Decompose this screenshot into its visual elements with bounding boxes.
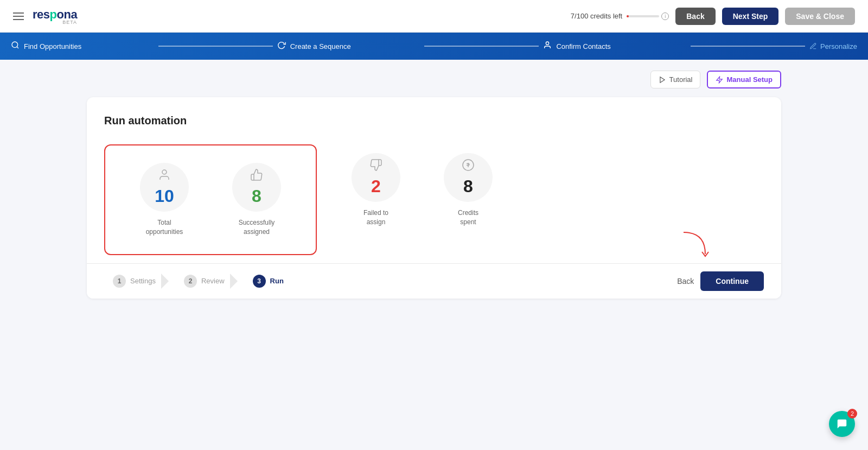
logo-beta: BETA: [62, 20, 77, 25]
contacts-icon: [543, 41, 552, 52]
person-icon: [158, 168, 171, 184]
step2-badge: 2: [184, 275, 197, 288]
credits-bar: [627, 15, 659, 17]
stat-credits-circle: 8: [444, 153, 493, 202]
failed-number: 2: [371, 176, 381, 197]
step-confirm-contacts[interactable]: Confirm Contacts: [543, 41, 686, 52]
step-personalize[interactable]: Personalize: [809, 42, 857, 50]
success-label: Successfullyassigned: [239, 218, 275, 237]
step3-label: Run: [270, 277, 284, 285]
main-card: Run automation 10 Totalopportunities: [87, 97, 781, 299]
svg-point-3: [162, 170, 167, 174]
total-number: 10: [155, 186, 174, 206]
stat-total: 10 Totalopportunities: [118, 154, 210, 245]
find-icon: [11, 41, 20, 52]
credits-number: 8: [463, 176, 473, 197]
step-find-opportunities[interactable]: Find Opportunities: [11, 41, 154, 52]
stat-success: 8 Successfullyassigned: [210, 154, 303, 245]
back-button[interactable]: Back: [675, 8, 715, 25]
step-sequence-label: Create a Sequence: [290, 42, 351, 50]
bottom-back-button[interactable]: Back: [677, 277, 694, 286]
personalize-label: Personalize: [820, 42, 857, 50]
content-area: Tutorial Manual Setup Run automation 10: [0, 60, 868, 309]
stat-failed: 2 Failed toassign: [330, 144, 422, 236]
dollar-icon: [462, 159, 475, 174]
info-icon[interactable]: i: [661, 12, 669, 20]
step-run: 3 Run: [244, 271, 292, 291]
tutorial-label: Tutorial: [669, 75, 693, 84]
toolbar: Tutorial Manual Setup: [87, 71, 781, 88]
tutorial-button[interactable]: Tutorial: [650, 71, 701, 88]
header-right: 7/100 credits left i Back Next Step Save…: [571, 8, 855, 25]
credits-info: 7/100 credits left i: [571, 12, 669, 20]
success-number: 8: [252, 186, 261, 206]
progress-line-3: [691, 46, 805, 47]
manual-setup-button[interactable]: Manual Setup: [707, 71, 781, 88]
svg-point-1: [546, 42, 549, 45]
header: respona BETA 7/100 credits left i Back N…: [0, 0, 868, 33]
credits-text: 7/100 credits left: [571, 12, 622, 20]
save-close-button[interactable]: Save & Close: [785, 8, 855, 25]
progress-line-1: [158, 46, 273, 47]
highlighted-stats: 10 Totalopportunities 8 Successfullyassi…: [104, 144, 317, 255]
continue-button[interactable]: Continue: [700, 271, 764, 291]
failed-label: Failed toassign: [363, 208, 388, 227]
thumbup-icon: [250, 168, 263, 184]
manual-setup-label: Manual Setup: [726, 75, 773, 84]
header-left: respona BETA: [13, 8, 77, 25]
progress-line-2: [424, 46, 539, 47]
step-contacts-label: Confirm Contacts: [556, 42, 610, 50]
step1-badge: 1: [113, 275, 126, 288]
step-settings: 1 Settings: [104, 271, 164, 291]
stat-credits: 8 Creditsspent: [422, 144, 514, 236]
next-step-button[interactable]: Next Step: [722, 8, 779, 25]
step-review: 2 Review: [175, 271, 233, 291]
svg-point-0: [12, 42, 18, 48]
sequence-icon: [277, 41, 286, 52]
stats-grid: 10 Totalopportunities 8 Successfullyassi…: [104, 144, 764, 255]
credits-label: Creditsspent: [458, 208, 478, 227]
thumbdown-icon: [369, 159, 382, 174]
bottom-right-actions: Back Continue: [677, 271, 764, 291]
svg-marker-2: [660, 77, 665, 83]
credits-bar-fill: [627, 15, 629, 17]
total-label: Totalopportunities: [146, 218, 183, 237]
step1-label: Settings: [130, 277, 156, 285]
step3-badge: 3: [253, 275, 266, 288]
step-create-sequence[interactable]: Create a Sequence: [277, 41, 420, 52]
step-find-label: Find Opportunities: [24, 42, 81, 50]
stat-failed-circle: 2: [352, 153, 400, 202]
progress-bar: Find Opportunities Create a Sequence Con…: [0, 33, 868, 60]
step2-label: Review: [201, 277, 225, 285]
stat-total-circle: 10: [140, 163, 189, 212]
steps-indicator: 1 Settings 2 Review 3 Run: [104, 271, 292, 291]
outer-stats: 2 Failed toassign 8 Creditsspent: [330, 144, 514, 236]
card-title: Run automation: [104, 115, 764, 127]
menu-icon[interactable]: [13, 12, 24, 20]
stat-success-circle: 8: [232, 163, 281, 212]
logo: respona BETA: [33, 8, 77, 25]
arrow-annotation: [678, 227, 711, 262]
bottom-navigation: 1 Settings 2 Review 3 Run: [87, 263, 781, 299]
